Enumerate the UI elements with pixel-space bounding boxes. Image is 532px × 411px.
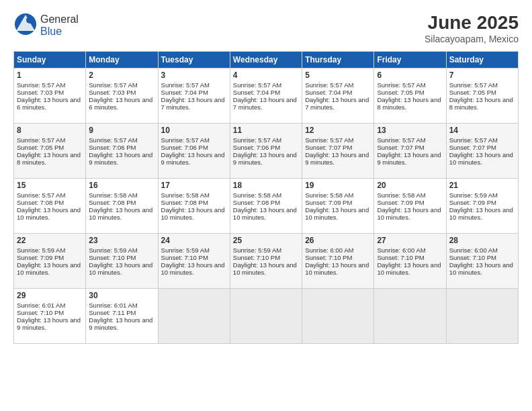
logo-text: General Blue (40, 13, 79, 38)
day-cell: 19Sunrise: 5:58 AMSunset: 7:09 PMDayligh… (302, 179, 374, 234)
day-number: 24 (161, 236, 227, 245)
day-number: 12 (305, 126, 371, 135)
day-cell: 3Sunrise: 5:57 AMSunset: 7:04 PMDaylight… (158, 68, 230, 124)
daylight-text: Daylight: 13 hours and 6 minutes. (17, 96, 83, 111)
day-number: 27 (377, 236, 443, 245)
sunset-text: Sunset: 7:10 PM (305, 254, 371, 261)
day-cell: 2Sunrise: 5:57 AMSunset: 7:03 PMDaylight… (86, 68, 158, 124)
week-row-3: 15Sunrise: 5:57 AMSunset: 7:08 PMDayligh… (14, 179, 519, 234)
daylight-text: Daylight: 13 hours and 9 minutes. (161, 151, 227, 166)
daylight-text: Daylight: 13 hours and 7 minutes. (305, 96, 371, 111)
day-cell: 28Sunrise: 6:00 AMSunset: 7:10 PMDayligh… (446, 234, 518, 289)
daylight-text: Daylight: 13 hours and 8 minutes. (449, 96, 515, 111)
sunset-text: Sunset: 7:08 PM (89, 199, 154, 206)
day-number: 13 (377, 126, 443, 135)
daylight-text: Daylight: 13 hours and 10 minutes. (233, 261, 299, 276)
day-number: 22 (17, 236, 83, 245)
sunset-text: Sunset: 7:03 PM (89, 89, 154, 96)
day-number: 8 (17, 126, 83, 135)
sunrise-text: Sunrise: 5:57 AM (305, 81, 371, 89)
week-row-1: 1Sunrise: 5:57 AMSunset: 7:03 PMDaylight… (14, 68, 519, 124)
day-cell: 25Sunrise: 5:59 AMSunset: 7:10 PMDayligh… (230, 234, 302, 289)
daylight-text: Daylight: 13 hours and 10 minutes. (17, 261, 83, 276)
day-cell: 7Sunrise: 5:57 AMSunset: 7:05 PMDaylight… (446, 68, 518, 124)
day-cell: 9Sunrise: 5:57 AMSunset: 7:06 PMDaylight… (86, 124, 158, 179)
header-cell-tuesday: Tuesday (158, 52, 230, 68)
sunrise-text: Sunrise: 5:57 AM (161, 136, 227, 144)
header-cell-friday: Friday (374, 52, 446, 68)
daylight-text: Daylight: 13 hours and 7 minutes. (161, 96, 227, 111)
sunset-text: Sunset: 7:05 PM (449, 89, 515, 96)
sunset-text: Sunset: 7:10 PM (233, 254, 299, 261)
sunrise-text: Sunrise: 6:01 AM (89, 302, 154, 309)
day-cell: 16Sunrise: 5:58 AMSunset: 7:08 PMDayligh… (86, 179, 158, 234)
day-cell: 12Sunrise: 5:57 AMSunset: 7:07 PMDayligh… (302, 124, 374, 179)
day-cell: 5Sunrise: 5:57 AMSunset: 7:04 PMDaylight… (302, 68, 374, 124)
sunrise-text: Sunrise: 5:59 AM (449, 191, 515, 199)
sunset-text: Sunset: 7:04 PM (233, 89, 299, 96)
daylight-text: Daylight: 13 hours and 10 minutes. (449, 151, 515, 166)
daylight-text: Daylight: 13 hours and 10 minutes. (377, 261, 443, 276)
sunset-text: Sunset: 7:09 PM (17, 254, 83, 261)
sunrise-text: Sunrise: 6:00 AM (305, 246, 371, 254)
sunset-text: Sunset: 7:07 PM (377, 144, 443, 151)
daylight-text: Daylight: 13 hours and 6 minutes. (89, 96, 154, 111)
daylight-text: Daylight: 13 hours and 8 minutes. (377, 96, 443, 111)
sunrise-text: Sunrise: 5:58 AM (377, 191, 443, 199)
sunrise-text: Sunrise: 5:57 AM (17, 81, 83, 89)
day-cell (446, 289, 518, 344)
sunrise-text: Sunrise: 5:58 AM (89, 191, 154, 199)
daylight-text: Daylight: 13 hours and 10 minutes. (449, 261, 515, 276)
day-cell: 13Sunrise: 5:57 AMSunset: 7:07 PMDayligh… (374, 124, 446, 179)
week-row-4: 22Sunrise: 5:59 AMSunset: 7:09 PMDayligh… (14, 234, 519, 289)
sunset-text: Sunset: 7:07 PM (449, 144, 515, 151)
daylight-text: Daylight: 13 hours and 10 minutes. (161, 261, 227, 276)
day-number: 23 (89, 236, 154, 245)
daylight-text: Daylight: 13 hours and 10 minutes. (89, 206, 154, 221)
day-cell (158, 289, 230, 344)
day-number: 7 (449, 71, 515, 80)
sunset-text: Sunset: 7:08 PM (233, 199, 299, 206)
sunrise-text: Sunrise: 5:59 AM (233, 246, 299, 254)
day-cell: 10Sunrise: 5:57 AMSunset: 7:06 PMDayligh… (158, 124, 230, 179)
daylight-text: Daylight: 13 hours and 10 minutes. (305, 261, 371, 276)
sunset-text: Sunset: 7:11 PM (89, 309, 154, 316)
day-number: 20 (377, 181, 443, 190)
header-cell-sunday: Sunday (14, 52, 86, 68)
day-number: 9 (89, 126, 154, 135)
daylight-text: Daylight: 13 hours and 10 minutes. (17, 206, 83, 221)
day-number: 3 (161, 71, 227, 80)
logo-blue-text: Blue (40, 26, 62, 37)
sunset-text: Sunset: 7:06 PM (233, 144, 299, 151)
title-block: June 2025 Silacayoapam, Mexico (425, 12, 519, 44)
daylight-text: Daylight: 13 hours and 10 minutes. (89, 261, 154, 276)
day-number: 4 (233, 71, 299, 80)
day-number: 30 (89, 291, 154, 300)
sunrise-text: Sunrise: 5:57 AM (161, 81, 227, 89)
daylight-text: Daylight: 13 hours and 10 minutes. (377, 206, 443, 221)
sunrise-text: Sunrise: 5:57 AM (17, 136, 83, 144)
sunset-text: Sunset: 7:08 PM (17, 199, 83, 206)
daylight-text: Daylight: 13 hours and 9 minutes. (17, 316, 83, 331)
day-number: 6 (377, 71, 443, 80)
daylight-text: Daylight: 13 hours and 10 minutes. (161, 206, 227, 221)
sunrise-text: Sunrise: 5:57 AM (89, 136, 154, 144)
sunrise-text: Sunrise: 5:59 AM (17, 246, 83, 254)
sunrise-text: Sunrise: 6:00 AM (377, 246, 443, 254)
sunset-text: Sunset: 7:03 PM (17, 89, 83, 96)
calendar-table: SundayMondayTuesdayWednesdayThursdayFrid… (13, 51, 519, 344)
week-row-5: 29Sunrise: 6:01 AMSunset: 7:10 PMDayligh… (14, 289, 519, 344)
day-number: 25 (233, 236, 299, 245)
day-number: 14 (449, 126, 515, 135)
sunset-text: Sunset: 7:10 PM (377, 254, 443, 261)
day-cell: 6Sunrise: 5:57 AMSunset: 7:05 PMDaylight… (374, 68, 446, 124)
sunrise-text: Sunrise: 6:00 AM (449, 246, 515, 254)
day-number: 21 (449, 181, 515, 190)
day-cell: 15Sunrise: 5:57 AMSunset: 7:08 PMDayligh… (14, 179, 86, 234)
day-number: 2 (89, 71, 154, 80)
header-cell-wednesday: Wednesday (230, 52, 302, 68)
daylight-text: Daylight: 13 hours and 10 minutes. (233, 206, 299, 221)
svg-point-2 (26, 17, 33, 24)
sunrise-text: Sunrise: 5:58 AM (161, 191, 227, 199)
logo-icon (13, 12, 38, 36)
